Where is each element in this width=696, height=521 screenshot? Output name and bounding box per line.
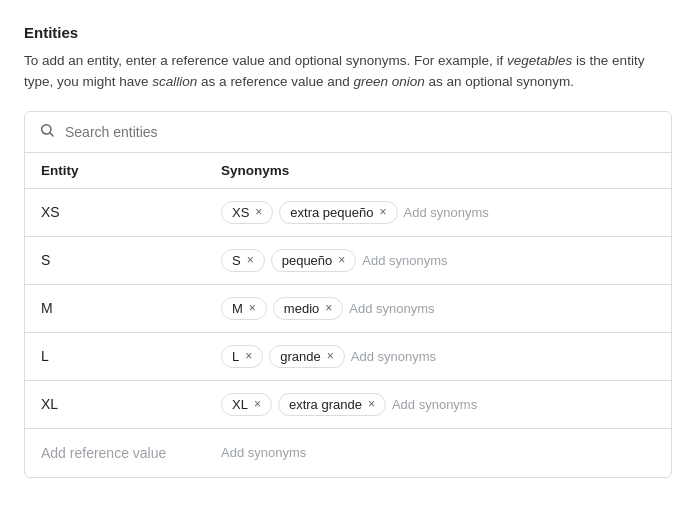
add-synonyms-link[interactable]: Add synonyms (404, 205, 489, 220)
add-entity-row: Add reference value Add synonyms (25, 429, 671, 477)
tag-label: grande (280, 349, 320, 364)
tag: extra grande × (278, 393, 386, 416)
tag-label: pequeño (282, 253, 333, 268)
tag: extra pequeño × (279, 201, 397, 224)
entities-container: Entity Synonyms XS XS × extra pequeño × … (24, 111, 672, 478)
synonyms-cell: M × medio × Add synonyms (221, 297, 655, 320)
add-synonyms-link[interactable]: Add synonyms (392, 397, 477, 412)
tag: M × (221, 297, 267, 320)
entity-name: L (41, 348, 221, 364)
add-synonyms-link[interactable]: Add synonyms (362, 253, 447, 268)
description: To add an entity, enter a reference valu… (24, 51, 672, 93)
search-input[interactable] (65, 124, 657, 140)
synonyms-cell: XL × extra grande × Add synonyms (221, 393, 655, 416)
search-bar (25, 112, 671, 153)
table-row: XS XS × extra pequeño × Add synonyms (25, 189, 671, 237)
tag-close-icon[interactable]: × (247, 254, 254, 266)
entity-column-header: Entity (41, 163, 221, 178)
tag-close-icon[interactable]: × (368, 398, 375, 410)
entity-name: S (41, 252, 221, 268)
add-synonyms-link[interactable]: Add synonyms (351, 349, 436, 364)
entity-name: XL (41, 396, 221, 412)
tag-label: S (232, 253, 241, 268)
tag-label: extra pequeño (290, 205, 373, 220)
tag: grande × (269, 345, 345, 368)
add-synonyms-placeholder[interactable]: Add synonyms (221, 445, 655, 460)
tag-close-icon[interactable]: × (327, 350, 334, 362)
tag-label: XS (232, 205, 249, 220)
svg-line-1 (50, 133, 53, 136)
tag-label: M (232, 301, 243, 316)
entity-name: XS (41, 204, 221, 220)
tag: XS × (221, 201, 273, 224)
table-header: Entity Synonyms (25, 153, 671, 189)
add-synonyms-link[interactable]: Add synonyms (349, 301, 434, 316)
tag-close-icon[interactable]: × (245, 350, 252, 362)
table-row: XL XL × extra grande × Add synonyms (25, 381, 671, 429)
tag-close-icon[interactable]: × (338, 254, 345, 266)
tag-label: XL (232, 397, 248, 412)
tag-close-icon[interactable]: × (254, 398, 261, 410)
page-title: Entities (24, 24, 672, 41)
synonyms-cell: L × grande × Add synonyms (221, 345, 655, 368)
search-icon (39, 122, 55, 142)
add-reference-value-placeholder[interactable]: Add reference value (41, 445, 221, 461)
tag: L × (221, 345, 263, 368)
tag: medio × (273, 297, 343, 320)
table-row: S S × pequeño × Add synonyms (25, 237, 671, 285)
tag: XL × (221, 393, 272, 416)
synonyms-column-header: Synonyms (221, 163, 655, 178)
tag: pequeño × (271, 249, 357, 272)
synonyms-cell: S × pequeño × Add synonyms (221, 249, 655, 272)
entity-name: M (41, 300, 221, 316)
tag-close-icon[interactable]: × (249, 302, 256, 314)
synonyms-cell: XS × extra pequeño × Add synonyms (221, 201, 655, 224)
tag-label: medio (284, 301, 319, 316)
table-row: L L × grande × Add synonyms (25, 333, 671, 381)
table-row: M M × medio × Add synonyms (25, 285, 671, 333)
tag-close-icon[interactable]: × (255, 206, 262, 218)
tag-close-icon[interactable]: × (379, 206, 386, 218)
tag-close-icon[interactable]: × (325, 302, 332, 314)
tag-label: extra grande (289, 397, 362, 412)
tag: S × (221, 249, 265, 272)
tag-label: L (232, 349, 239, 364)
